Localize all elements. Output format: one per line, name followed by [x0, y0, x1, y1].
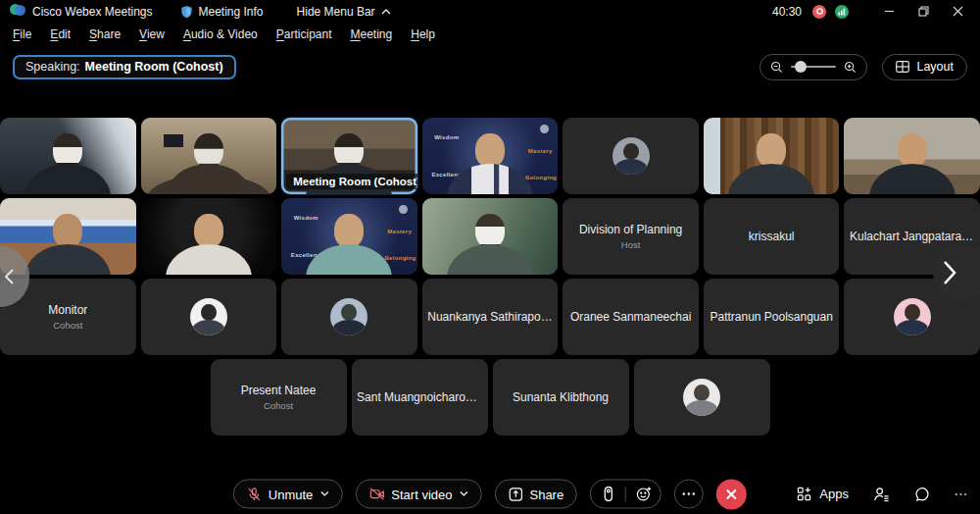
- participant-name: Present Natee: [241, 384, 317, 397]
- menu-share[interactable]: Share: [89, 27, 121, 41]
- apps-label: Apps: [819, 487, 849, 501]
- participant-name-tile[interactable]: Oranee Sanmaneechai: [563, 279, 699, 355]
- participant-name: Monitor: [48, 303, 87, 317]
- menu-participant[interactable]: Participant: [276, 27, 332, 41]
- connection-indicator-icon[interactable]: [835, 5, 849, 19]
- avatar: [330, 298, 368, 335]
- grid-zoom-control: [760, 54, 867, 80]
- camera-off-icon: [368, 488, 384, 501]
- background-word: Belonging: [525, 175, 557, 180]
- webex-window: Cisco Webex Meetings Meeting Info Hide M…: [0, 0, 980, 514]
- participant-video-tile[interactable]: [0, 118, 136, 194]
- participant-role-badge: Host: [621, 239, 641, 250]
- background-word: Excellence: [431, 172, 465, 178]
- chevron-down-icon[interactable]: [319, 491, 328, 497]
- participant-role-badge: Cohost: [264, 400, 293, 411]
- speaking-prefix: Speaking:: [25, 60, 80, 74]
- hide-menu-bar-button[interactable]: Hide Menu Bar: [297, 5, 391, 19]
- grid-row: Present NateeCohostSant Muangnoicharoen …: [0, 359, 980, 436]
- share-screen-icon: [508, 487, 522, 501]
- chat-panel-button[interactable]: [914, 487, 930, 502]
- restore-button[interactable]: [910, 3, 936, 21]
- participant-avatar-tile[interactable]: [281, 279, 417, 355]
- menubar: FileEditShareViewAudio & VideoParticipan…: [0, 23, 980, 45]
- zoom-slider-knob[interactable]: [795, 61, 807, 73]
- participant-name: Kulachart Jangpatarapong…: [850, 230, 974, 243]
- participant-avatar-tile[interactable]: [141, 279, 277, 355]
- participant-name: Division of Planning: [579, 223, 682, 236]
- leave-meeting-button[interactable]: [716, 479, 747, 509]
- participant-name-tile[interactable]: Division of PlanningHost: [563, 198, 699, 275]
- participant-video-tile[interactable]: [422, 198, 559, 275]
- mic-muted-icon: [247, 487, 262, 501]
- participant-name: Oranee Sanmaneechai: [570, 310, 691, 324]
- unmute-button[interactable]: Unmute: [233, 480, 343, 509]
- recorder-button[interactable]: [591, 481, 625, 508]
- background-emblem: [540, 125, 549, 133]
- webex-logo-icon: [10, 4, 25, 19]
- menu-view[interactable]: View: [139, 27, 165, 41]
- participant-avatar-tile[interactable]: [634, 359, 770, 436]
- shield-icon: [180, 5, 193, 19]
- zoom-slider[interactable]: [791, 61, 836, 73]
- record-reactions-group: [590, 480, 662, 509]
- layout-button[interactable]: Layout: [882, 54, 967, 80]
- close-button[interactable]: [945, 3, 970, 21]
- meeting-timer: 40:30: [772, 5, 802, 19]
- background-word: Mastery: [528, 148, 553, 154]
- unmute-label: Unmute: [269, 487, 314, 501]
- participant-video-tile[interactable]: [844, 118, 980, 194]
- participant-video-tile[interactable]: WisdomMasteryExcellenceBelonging: [281, 198, 417, 275]
- chevron-right-icon: [942, 259, 957, 286]
- participant-video-tile[interactable]: [141, 198, 277, 275]
- apps-button[interactable]: Apps: [797, 487, 849, 501]
- recording-indicator-icon[interactable]: [812, 5, 826, 19]
- menu-file[interactable]: File: [13, 27, 31, 41]
- more-dots-icon: [682, 492, 696, 496]
- chevron-up-icon: [381, 9, 391, 15]
- background-emblem: [399, 205, 408, 214]
- speaking-name: Meeting Room (Cohost): [85, 60, 223, 74]
- participants-panel-button[interactable]: [873, 487, 890, 502]
- participant-name: Pattranun Poolsanguan: [710, 310, 832, 324]
- avatar: [190, 298, 227, 335]
- zoom-in-icon[interactable]: [844, 61, 857, 74]
- chevron-down-icon[interactable]: [459, 491, 467, 497]
- reactions-button[interactable]: [626, 481, 661, 508]
- participant-name-tile[interactable]: Present NateeCohost: [211, 359, 347, 436]
- share-button[interactable]: Share: [494, 480, 577, 509]
- participant-name: Sant Muangnoicharoen Tr…: [357, 390, 482, 404]
- participant-video-tile[interactable]: Meeting Room (Cohost): [281, 118, 417, 194]
- background-word: Wisdom: [294, 215, 318, 221]
- participant-name-tile[interactable]: Nuankanya Sathirapongsa…: [422, 279, 559, 355]
- participant-name-tile[interactable]: krissakul: [704, 198, 840, 275]
- menu-edit[interactable]: Edit: [50, 27, 71, 41]
- tile-name-label: Meeting Room (Cohost): [286, 174, 417, 189]
- menu-help[interactable]: Help: [411, 27, 435, 41]
- participant-video-tile[interactable]: WisdomMasteryExcellenceBelonging: [422, 118, 559, 194]
- more-options-button[interactable]: [674, 480, 704, 509]
- avatar: [894, 298, 931, 335]
- close-x-icon: [725, 488, 738, 500]
- minimize-button[interactable]: [876, 3, 902, 21]
- participant-name-tile[interactable]: Pattranun Poolsanguan: [704, 279, 840, 355]
- participant-name-tile[interactable]: Sant Muangnoicharoen Tr…: [352, 359, 488, 436]
- menu-audio-video[interactable]: Audio & Video: [183, 27, 258, 41]
- start-video-button[interactable]: Start video: [355, 480, 481, 509]
- background-word: Belonging: [384, 255, 416, 261]
- participants-icon: [873, 487, 890, 502]
- meeting-info-label: Meeting Info: [199, 5, 264, 19]
- grid-row: MonitorCohostNuankanya Sathirapongsa…Ora…: [0, 279, 980, 355]
- participant-name: Nuankanya Sathirapongsa…: [427, 310, 552, 324]
- participant-video-tile[interactable]: [141, 118, 277, 194]
- background-word: Excellence: [291, 252, 324, 258]
- participant-video-tile[interactable]: [704, 118, 840, 194]
- menu-meeting[interactable]: Meeting: [351, 27, 393, 41]
- participant-name-tile[interactable]: Sunanta Klibthong: [493, 359, 629, 436]
- participant-name: krissakul: [749, 230, 795, 243]
- active-speaker-banner: Speaking: Meeting Room (Cohost): [13, 55, 236, 79]
- zoom-out-icon[interactable]: [770, 61, 783, 74]
- more-panels-button[interactable]: [955, 492, 967, 496]
- meeting-info-button[interactable]: Meeting Info: [180, 5, 264, 19]
- participant-avatar-tile[interactable]: [563, 118, 699, 194]
